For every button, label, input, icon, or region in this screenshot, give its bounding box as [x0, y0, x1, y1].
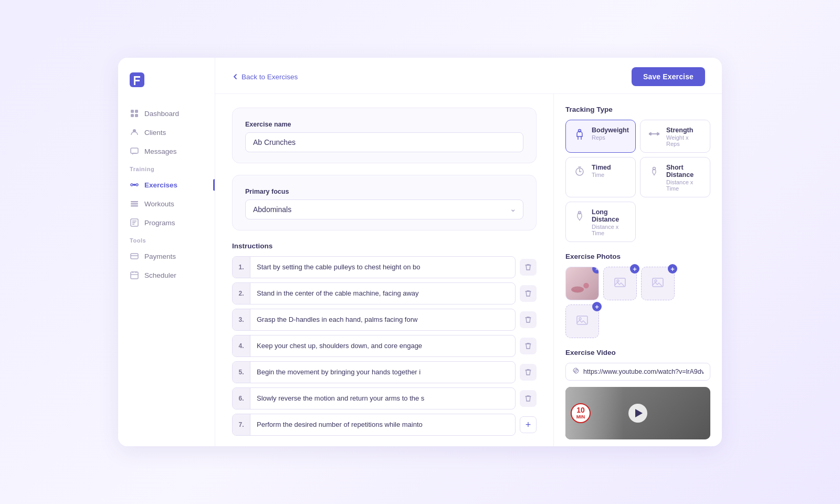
- trash-icon: [524, 395, 532, 402]
- instruction-box-4: 4. Keep your chest up, shoulders down, a…: [232, 335, 516, 357]
- short-distance-info: Short Distance Distance x Time: [666, 164, 704, 192]
- delete-instruction-4[interactable]: [520, 338, 537, 354]
- trash-icon: [524, 369, 532, 376]
- sidebar-item-scheduler[interactable]: Scheduler: [118, 266, 215, 285]
- photo-slot-4[interactable]: +: [565, 304, 599, 338]
- timer-num: 10: [576, 406, 585, 414]
- photo-slot-3[interactable]: +: [641, 267, 675, 300]
- svg-point-37: [583, 283, 589, 289]
- sidebar-item-messages[interactable]: Messages: [118, 142, 215, 161]
- instruction-text-7: Perform the desired number of repetition…: [250, 414, 515, 435]
- sidebar-item-payments[interactable]: Payments: [118, 247, 215, 266]
- messages-label: Messages: [144, 148, 177, 155]
- instruction-num-5: 5.: [233, 362, 250, 383]
- back-link[interactable]: Back to Exercises: [232, 73, 298, 81]
- play-button[interactable]: [628, 404, 647, 423]
- instruction-row-2: 2. Stand in the center of the cable mach…: [232, 282, 537, 304]
- sidebar-logo: [118, 72, 215, 104]
- svg-rect-18: [131, 272, 138, 279]
- tracking-title: Tracking Type: [565, 106, 710, 113]
- tracking-card-timed[interactable]: Timed Time: [565, 157, 636, 197]
- video-preview[interactable]: 10 MIN: [565, 387, 710, 439]
- timed-icon: [572, 164, 587, 178]
- svg-point-41: [655, 280, 657, 282]
- tracking-card-bodyweight[interactable]: Bodyweight Reps: [565, 120, 636, 153]
- svg-rect-2: [135, 110, 138, 113]
- long-distance-name: Long Distance: [592, 208, 629, 223]
- chevron-left-icon: [232, 74, 238, 80]
- trash-icon: [524, 342, 532, 350]
- body-area: Exercise name Primary focus Abdominals C…: [215, 94, 722, 446]
- instruction-num-7: 7.: [233, 414, 250, 435]
- exercise-name-label: Exercise name: [245, 121, 523, 128]
- instruction-row-7: 7. Perform the desired number of repetit…: [232, 414, 537, 436]
- add-instruction-button[interactable]: +: [520, 416, 537, 433]
- back-label: Back to Exercises: [242, 73, 298, 81]
- delete-instruction-1[interactable]: [520, 259, 537, 276]
- svg-rect-29: [658, 133, 659, 135]
- sidebar-item-clients[interactable]: Clients: [118, 123, 215, 142]
- delete-instruction-5[interactable]: [520, 364, 537, 381]
- svg-rect-16: [131, 254, 138, 259]
- instruction-box-3: 3. Grasp the D-handles in each hand, pal…: [232, 309, 516, 331]
- image-placeholder-icon-2: [652, 276, 664, 291]
- exercise-svg: [570, 275, 595, 300]
- photo-slot-primary[interactable]: ×: [565, 267, 599, 300]
- instruction-num-3: 3.: [233, 309, 250, 330]
- svg-point-39: [617, 280, 619, 282]
- sidebar-item-programs[interactable]: Programs: [118, 213, 215, 232]
- save-exercise-button[interactable]: Save Exercise: [632, 67, 705, 86]
- instruction-text-2: Stand in the center of the cable machine…: [250, 283, 515, 304]
- short-distance-icon: [647, 164, 662, 178]
- svg-point-43: [579, 318, 581, 320]
- svg-rect-1: [131, 110, 134, 113]
- short-distance-sub: Distance x Time: [666, 179, 704, 192]
- link-icon: [572, 367, 580, 376]
- instruction-row-4: 4. Keep your chest up, shoulders down, a…: [232, 335, 537, 357]
- video-url-input[interactable]: [583, 363, 704, 380]
- bodyweight-name: Bodyweight: [592, 127, 629, 134]
- sidebar-item-workouts[interactable]: Workouts: [118, 194, 215, 213]
- workouts-icon: [130, 199, 139, 208]
- long-distance-icon: [572, 208, 587, 223]
- instruction-num-2: 2.: [233, 283, 250, 304]
- exercise-icon: [130, 180, 139, 190]
- svg-rect-14: [131, 205, 138, 207]
- svg-rect-27: [657, 132, 658, 135]
- photo-add-btn-2[interactable]: +: [630, 264, 639, 274]
- tracking-card-short-distance[interactable]: Short Distance Distance x Time: [640, 157, 710, 197]
- tools-section-label: Tools: [118, 232, 215, 247]
- person-icon: [130, 128, 139, 137]
- instructions-title: Instructions: [232, 242, 537, 250]
- photo-add-btn-4[interactable]: +: [592, 302, 602, 311]
- photos-grid: × +: [565, 267, 710, 338]
- delete-instruction-6[interactable]: [520, 390, 537, 407]
- tracking-card-long-distance[interactable]: Long Distance Distance x Time: [565, 202, 636, 242]
- sidebar: Dashboard Clients Messages Training: [118, 58, 215, 446]
- photo-slot-2[interactable]: +: [603, 267, 637, 300]
- programs-icon: [130, 218, 139, 227]
- short-distance-name: Short Distance: [666, 164, 704, 178]
- timed-sub: Time: [592, 172, 611, 178]
- instruction-box-5: 5. Begin the movement by bringing your h…: [232, 361, 516, 383]
- workouts-label: Workouts: [144, 200, 174, 208]
- timer-badge: 10 MIN: [571, 403, 591, 423]
- sidebar-item-exercises[interactable]: Exercises: [118, 175, 215, 194]
- tracking-card-strength[interactable]: Strength Weight x Reps: [640, 120, 710, 153]
- strength-icon: [647, 127, 662, 141]
- svg-rect-12: [131, 201, 138, 203]
- sidebar-item-dashboard[interactable]: Dashboard: [118, 104, 215, 123]
- exercise-name-input[interactable]: [245, 132, 523, 152]
- scheduler-icon: [130, 270, 139, 280]
- svg-rect-13: [131, 203, 138, 205]
- grid-icon: [130, 109, 139, 118]
- svg-rect-4: [135, 114, 138, 117]
- strength-sub: Weight x Reps: [666, 134, 704, 147]
- photo-add-btn-3[interactable]: +: [668, 264, 677, 274]
- delete-instruction-2[interactable]: [520, 285, 537, 302]
- form-panel: Exercise name Primary focus Abdominals C…: [215, 94, 554, 446]
- primary-focus-select[interactable]: Abdominals Chest Back Shoulders Arms Leg…: [245, 200, 523, 219]
- delete-instruction-3[interactable]: [520, 311, 537, 328]
- instruction-row-1: 1. Start by setting the cable pulleys to…: [232, 256, 537, 278]
- svg-rect-28: [649, 133, 650, 135]
